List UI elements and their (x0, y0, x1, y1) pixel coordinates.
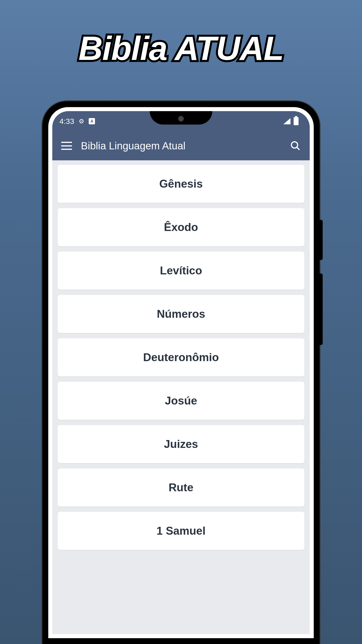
app-badge-icon: A (89, 118, 95, 124)
hamburger-menu-icon[interactable] (61, 142, 72, 150)
phone-side-button (320, 220, 323, 260)
status-right (283, 117, 299, 125)
phone-notch (150, 111, 212, 124)
book-item[interactable]: 1 Samuel (58, 512, 304, 550)
book-item[interactable]: Rute (58, 468, 304, 506)
book-item[interactable]: Levítico (58, 252, 304, 290)
phone-frame: 4:33 ⚙ A Biblia Linguagem Atual (42, 101, 320, 644)
camera-icon (178, 116, 184, 122)
signal-icon (283, 118, 291, 124)
phone-bezel: 4:33 ⚙ A Biblia Linguagem Atual (48, 107, 314, 638)
book-item[interactable]: Deuteronômio (58, 338, 304, 376)
book-item[interactable]: Gênesis (58, 165, 304, 203)
book-item[interactable]: Números (58, 295, 304, 333)
status-left: 4:33 ⚙ A (59, 117, 95, 126)
book-item[interactable]: Êxodo (58, 208, 304, 246)
battery-icon (294, 117, 299, 125)
phone-side-button (320, 274, 323, 345)
app-bar: Biblia Linguagem Atual (52, 131, 310, 160)
phone-screen: 4:33 ⚙ A Biblia Linguagem Atual (52, 111, 310, 634)
hero-title: Biblia ATUAL (78, 29, 284, 68)
svg-line-1 (297, 147, 300, 150)
status-time: 4:33 (59, 117, 74, 126)
svg-point-0 (291, 142, 298, 148)
book-item[interactable]: Juizes (58, 425, 304, 463)
settings-gear-icon: ⚙ (79, 118, 84, 125)
book-item[interactable]: Josúe (58, 382, 304, 420)
book-list: Gênesis Êxodo Levítico Números Deuteronô… (52, 160, 310, 554)
search-icon[interactable] (290, 140, 301, 151)
app-title: Biblia Linguagem Atual (81, 140, 281, 152)
